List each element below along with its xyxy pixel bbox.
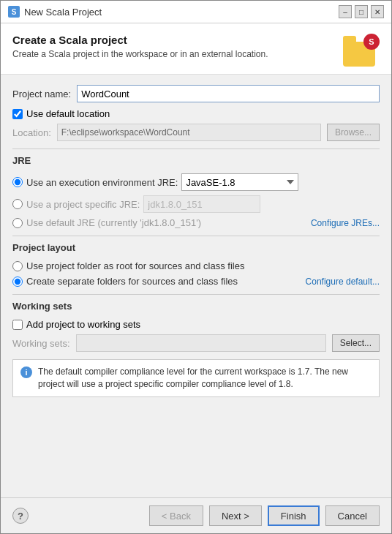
jre-title: JRE <box>12 155 380 168</box>
location-row: Location: Browse... <box>12 124 380 141</box>
project-layout-title: Project layout <box>12 242 380 255</box>
jre-env-dropdown[interactable]: JavaSE-1.8 <box>181 173 298 191</box>
jre-specific-label: Use a project specific JRE: <box>26 199 140 210</box>
header-text: Create a Scala project Create a Scala pr… <box>12 34 268 59</box>
location-label: Location: <box>12 127 51 138</box>
working-sets-title: Working sets <box>12 301 380 313</box>
page-title: Create a Scala project <box>12 34 268 46</box>
footer-left: ? <box>12 508 29 524</box>
layout-option2-row: Create separate folders for sources and … <box>12 276 380 287</box>
title-bar-controls: – □ ✕ <box>339 5 384 18</box>
close-button[interactable]: ✕ <box>371 5 384 18</box>
project-name-input[interactable] <box>77 85 380 102</box>
use-default-location-checkbox[interactable] <box>12 109 23 119</box>
jre-specific-radio[interactable] <box>12 199 23 209</box>
jre-section: JRE Use an execution environment JRE: Ja… <box>12 155 380 228</box>
project-name-row: Project name: <box>12 85 380 102</box>
working-sets-input-row: Working sets: Select... <box>12 334 380 352</box>
jre-env-radio[interactable] <box>12 177 23 187</box>
title-bar-left: S New Scala Project <box>8 6 102 18</box>
info-box: i The default compiler compliance level … <box>12 359 380 397</box>
scala-title-icon: S <box>8 6 20 18</box>
project-name-label: Project name: <box>12 89 71 99</box>
footer-right: < Back Next > Finish Cancel <box>149 505 380 526</box>
next-button[interactable]: Next > <box>209 505 262 526</box>
jre-default-radio[interactable] <box>12 218 23 228</box>
dialog-window: S New Scala Project – □ ✕ Create a Scala… <box>0 0 392 534</box>
scala-badge-icon: S <box>363 34 380 50</box>
configure-jres-link[interactable]: Configure JREs... <box>311 218 380 228</box>
jre-option2-row: Use a project specific JRE: jdk1.8.0_151 <box>12 195 380 213</box>
working-sets-section: Working sets Add project to working sets… <box>12 301 380 352</box>
layout-root-label: Use project folder as root for sources a… <box>26 260 244 271</box>
browse-button[interactable]: Browse... <box>327 124 380 141</box>
page-subtitle: Create a Scala project in the workspace … <box>12 49 268 59</box>
cancel-button[interactable]: Cancel <box>325 505 380 526</box>
working-sets-input[interactable] <box>76 334 326 352</box>
default-location-row: Use default location <box>12 108 380 119</box>
layout-separate-radio[interactable] <box>12 277 23 287</box>
divider-1 <box>12 148 380 149</box>
layout-root-radio[interactable] <box>12 261 23 271</box>
maximize-button[interactable]: □ <box>355 5 368 18</box>
help-button[interactable]: ? <box>12 508 29 524</box>
back-button[interactable]: < Back <box>149 505 203 526</box>
jre-specific-dropdown[interactable]: jdk1.8.0_151 <box>143 195 260 213</box>
configure-default-link[interactable]: Configure default... <box>306 277 380 287</box>
project-layout-section: Project layout Use project folder as roo… <box>12 242 380 287</box>
location-input[interactable] <box>57 124 321 141</box>
jre-option1-row: Use an execution environment JRE: JavaSE… <box>12 173 380 191</box>
jre-default-label: Use default JRE (currently 'jdk1.8.0_151… <box>26 217 201 228</box>
finish-button[interactable]: Finish <box>268 505 320 526</box>
divider-2 <box>12 236 380 236</box>
working-sets-label: Working sets: <box>12 338 70 349</box>
minimize-button[interactable]: – <box>339 5 352 18</box>
title-bar: S New Scala Project – □ ✕ <box>1 1 391 23</box>
info-icon: i <box>20 366 32 378</box>
info-text: The default compiler compliance level fo… <box>38 366 372 391</box>
footer: ? < Back Next > Finish Cancel <box>1 497 391 533</box>
layout-option1-row: Use project folder as root for sources a… <box>12 260 380 271</box>
layout-separate-label: Create separate folders for sources and … <box>26 276 238 287</box>
title-bar-text: New Scala Project <box>24 7 102 18</box>
content-area: Project name: Use default location Locat… <box>1 75 391 497</box>
working-sets-select-button[interactable]: Select... <box>332 334 380 352</box>
add-to-working-sets-row: Add project to working sets <box>12 319 380 330</box>
add-to-working-sets-label: Add project to working sets <box>26 319 140 330</box>
header-icon: S <box>343 34 380 67</box>
jre-option3-row: Use default JRE (currently 'jdk1.8.0_151… <box>12 217 380 228</box>
add-to-working-sets-checkbox[interactable] <box>12 320 23 330</box>
jre-env-label: Use an execution environment JRE: <box>26 177 178 188</box>
divider-3 <box>12 294 380 295</box>
header-panel: Create a Scala project Create a Scala pr… <box>1 23 391 75</box>
use-default-location-label: Use default location <box>26 108 110 119</box>
